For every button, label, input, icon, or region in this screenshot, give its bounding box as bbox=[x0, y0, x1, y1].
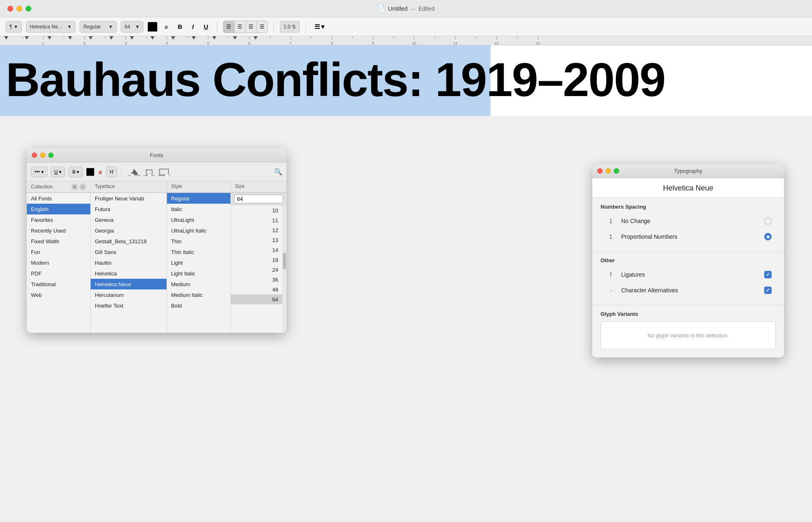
size-slider-small[interactable] bbox=[128, 167, 141, 176]
line-spacing-label: 1.0 bbox=[284, 24, 291, 30]
no-change-row[interactable]: 1 No Change bbox=[601, 214, 776, 228]
window-traffic-lights bbox=[7, 6, 31, 12]
typeface-item-helvetica-neue[interactable]: Helvetica Neue bbox=[91, 279, 167, 289]
style-item-regular[interactable]: Regular bbox=[167, 193, 230, 204]
bold-icon: B bbox=[178, 23, 182, 30]
collection-item-web[interactable]: Web bbox=[27, 289, 90, 300]
remove-collection-button[interactable]: − bbox=[80, 183, 86, 190]
typeface-item-hoefler[interactable]: Hoefler Text bbox=[91, 300, 167, 311]
line-spacing-button[interactable]: 1.0 ⇅ bbox=[280, 21, 300, 33]
main-content-area: Bauhaus Conflicts: 1919–2009 Fonts ••• ▾… bbox=[0, 45, 812, 522]
size-item-12[interactable]: 12 bbox=[231, 225, 286, 235]
italic-button[interactable]: I bbox=[189, 21, 197, 33]
fonts-strikethrough-button[interactable]: S ▾ bbox=[68, 167, 83, 177]
add-collection-button[interactable]: + bbox=[71, 183, 78, 190]
collection-item-fun[interactable]: Fun bbox=[27, 247, 90, 257]
fonts-search-icon[interactable]: 🔍 bbox=[274, 168, 282, 176]
size-item-10[interactable]: 10 bbox=[231, 205, 286, 215]
size-item-64[interactable]: 64 bbox=[231, 294, 286, 304]
strikethrough-icon: S bbox=[72, 169, 75, 175]
size-slider-large[interactable] bbox=[158, 167, 170, 176]
size-scrollbar[interactable] bbox=[282, 205, 286, 333]
style-item-thin-italic[interactable]: Thin Italic bbox=[167, 247, 230, 257]
typeface-item-geneva[interactable]: Geneva bbox=[91, 214, 167, 225]
edited-indicator: Edited bbox=[418, 5, 435, 12]
align-left-button[interactable]: ☰ bbox=[223, 21, 235, 33]
fonts-color-swatch[interactable] bbox=[86, 168, 94, 176]
bold-button[interactable]: B bbox=[175, 21, 185, 33]
style-item-medium[interactable]: Medium bbox=[167, 279, 230, 289]
size-item-48[interactable]: 48 bbox=[231, 285, 286, 294]
collection-item-english[interactable]: English bbox=[27, 204, 90, 214]
align-right-button[interactable]: ☰ bbox=[246, 21, 257, 33]
style-item-ultralight-italic[interactable]: UltraLight Italic bbox=[167, 225, 230, 236]
fonts-action-button[interactable]: ••• ▾ bbox=[31, 167, 47, 177]
close-button[interactable] bbox=[7, 6, 13, 12]
typeface-item-herculanum[interactable]: Herculanum bbox=[91, 289, 167, 300]
size-item-36[interactable]: 36 bbox=[231, 275, 286, 285]
font-size-button[interactable]: 64 ▼ bbox=[121, 21, 143, 33]
typeface-item-haultin[interactable]: Haultin bbox=[91, 257, 167, 268]
selected-text-area[interactable]: Bauhaus Conflicts: 1919–2009 bbox=[0, 45, 490, 116]
style-item-light[interactable]: Light bbox=[167, 257, 230, 268]
typeface-item-georgia[interactable]: Georgia bbox=[91, 225, 167, 236]
size-item-18[interactable]: 18 bbox=[231, 255, 286, 265]
font-name-button[interactable]: Helvetica Ne... ▼ bbox=[26, 21, 75, 33]
typography-maximize-button[interactable] bbox=[614, 168, 619, 174]
fonts-underline-button[interactable]: U ▾ bbox=[51, 167, 66, 177]
typeface-item-gestalt[interactable]: Gestalt_Beta_131218 bbox=[91, 236, 167, 247]
ligatures-row[interactable]: f Ligatures bbox=[601, 268, 776, 282]
char-alternatives-checkbox[interactable] bbox=[764, 287, 772, 294]
list-button[interactable]: ☰ ▼ bbox=[312, 21, 329, 33]
collection-item-fixed-width[interactable]: Fixed Width bbox=[27, 236, 90, 247]
style-item-thin[interactable]: Thin bbox=[167, 236, 230, 247]
ligatures-checkbox[interactable] bbox=[764, 271, 772, 278]
size-item-11[interactable]: 11 bbox=[231, 215, 286, 225]
paragraph-style-button[interactable]: ¶ ▼ bbox=[6, 21, 22, 33]
collection-item-modern[interactable]: Modern bbox=[27, 257, 90, 268]
size-item-24[interactable]: 24 bbox=[231, 265, 286, 275]
proportional-radio[interactable] bbox=[764, 233, 772, 240]
typeface-item-gill-sans[interactable]: Gill Sans bbox=[91, 247, 167, 257]
typeface-item[interactable]: Frutiger Neue Variab bbox=[91, 193, 167, 204]
paragraph-icon: ¶ bbox=[9, 24, 12, 30]
no-change-radio[interactable] bbox=[764, 217, 772, 225]
style-item-light-italic[interactable]: Light Italic bbox=[167, 268, 230, 279]
maximize-button[interactable] bbox=[26, 6, 31, 12]
fonts-minimize-button[interactable] bbox=[40, 153, 45, 158]
font-style-button[interactable]: Regular ▼ bbox=[80, 21, 117, 33]
underline-button[interactable]: U bbox=[201, 21, 211, 33]
typeface-item-helvetica[interactable]: Helvetica bbox=[91, 268, 167, 279]
size-item-13[interactable]: 13 bbox=[231, 235, 286, 245]
style-item-bold[interactable]: Bold bbox=[167, 300, 230, 311]
fonts-toolbar-divider bbox=[121, 168, 122, 176]
proportional-preview: 1 bbox=[605, 233, 617, 240]
typography-close-button[interactable] bbox=[597, 168, 603, 174]
style-item-italic[interactable]: Italic bbox=[167, 204, 230, 214]
typography-minimize-button[interactable] bbox=[605, 168, 611, 174]
typeface-item-futura[interactable]: Futura bbox=[91, 204, 167, 214]
minimize-button[interactable] bbox=[16, 6, 22, 12]
align-justify-button[interactable]: ☰ bbox=[257, 21, 268, 33]
char-alternatives-row[interactable]: . → . Character Alternatives bbox=[601, 283, 776, 297]
fonts-maximize-button[interactable] bbox=[48, 153, 54, 158]
collection-item-pdf[interactable]: PDF bbox=[27, 268, 90, 279]
style-item-medium-italic[interactable]: Medium Italic bbox=[167, 289, 230, 300]
text-color-swatch[interactable] bbox=[148, 22, 157, 32]
fonts-close-button[interactable] bbox=[32, 153, 37, 158]
size-slider-medium[interactable] bbox=[143, 167, 155, 176]
fonts-text-color-btn[interactable]: a bbox=[98, 169, 103, 175]
fonts-header-button[interactable]: H bbox=[106, 167, 117, 177]
collection-item-favorites[interactable]: Favorites bbox=[27, 214, 90, 225]
font-size-input[interactable] bbox=[234, 195, 283, 203]
proportional-numbers-row[interactable]: 1 Proportional Numbers bbox=[601, 230, 776, 244]
collection-item[interactable]: All Fonts bbox=[27, 193, 90, 204]
collection-item-traditional[interactable]: Traditional bbox=[27, 279, 90, 289]
collection-item-recently-used[interactable]: Recently Used bbox=[27, 225, 90, 236]
style-item-ultralight[interactable]: UltraLight bbox=[167, 214, 230, 225]
document-heading[interactable]: Bauhaus Conflicts: 1919–2009 bbox=[6, 54, 490, 106]
align-center-button[interactable]: ☰ bbox=[235, 21, 246, 33]
strikethrough-button[interactable]: a bbox=[162, 21, 171, 33]
document-page[interactable]: Bauhaus Conflicts: 1919–2009 bbox=[0, 45, 812, 116]
size-item-14[interactable]: 14 bbox=[231, 245, 286, 255]
